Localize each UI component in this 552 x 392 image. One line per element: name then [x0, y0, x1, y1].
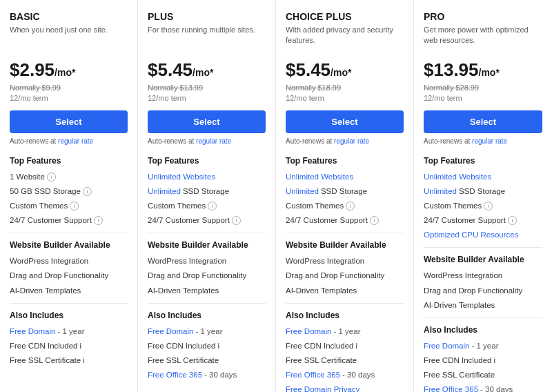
auto-renew: Auto-renews at regular rate [286, 137, 404, 145]
top-features-title: Top Features [10, 156, 128, 166]
feature-item: Unlimited SSD Storage [424, 186, 542, 197]
wb-item: AI-Driven Templates [10, 285, 128, 296]
top-features-title: Top Features [424, 156, 542, 166]
plan-price: $2.95/mo* [10, 59, 128, 81]
info-icon: i [79, 340, 81, 351]
also-item: Free SSL Certificate [148, 355, 266, 366]
also-title: Also Includes [424, 325, 542, 335]
select-button-plus[interactable]: Select [148, 110, 266, 133]
select-button-pro[interactable]: Select [424, 110, 542, 133]
wb-title: Website Builder Available [148, 240, 266, 250]
info-icon: i [370, 216, 379, 225]
also-title: Also Includes [148, 311, 266, 320]
plan-normally-row: Normally $9.99 [10, 82, 128, 92]
wb-item: WordPress Integration [148, 255, 266, 266]
section-divider-2 [10, 303, 128, 304]
feature-item: 24/7 Customer Support i [286, 215, 404, 226]
plan-price: $5.45/mo* [148, 59, 266, 81]
plan-col-basic: BASIC When you need just one site. $2.95… [0, 0, 138, 392]
info-icon: i [70, 202, 79, 210]
feature-item: Custom Themes i [148, 200, 266, 211]
also-title: Also Includes [286, 311, 404, 320]
auto-renew: Auto-renews at regular rate [424, 137, 542, 145]
wb-item: WordPress Integration [286, 255, 404, 266]
also-item: Free Office 365 - 30 days [424, 384, 542, 392]
plan-col-plus: PLUS For those running multiple sites. $… [138, 0, 276, 392]
info-icon: i [83, 187, 92, 196]
also-item: Free CDN Included i [10, 340, 128, 351]
wb-item: Drag and Drop Functionality [286, 270, 404, 281]
select-button-choice-plus[interactable]: Select [286, 110, 404, 133]
feature-item: Custom Themes i [424, 200, 542, 211]
also-item: Free CDN Included i [424, 355, 542, 366]
also-item: Free SSL Certificate [424, 369, 542, 380]
wb-item: AI-Driven Templates [424, 300, 542, 311]
feature-item: Unlimited Websites [148, 171, 266, 182]
plan-normally-row: Normally $13.99 [148, 82, 266, 92]
info-icon: i [346, 202, 355, 210]
wb-item: WordPress Integration [424, 270, 542, 281]
wb-item: AI-Driven Templates [148, 285, 266, 296]
info-icon: i [232, 216, 241, 225]
regular-rate-link[interactable]: regular rate [334, 137, 369, 145]
also-item: Free SSL Certificate i [10, 355, 128, 366]
feature-item: Unlimited SSD Storage [286, 186, 404, 197]
plan-tagline: Get more power with optimized web resour… [424, 25, 542, 50]
auto-renew: Auto-renews at regular rate [10, 137, 128, 145]
plan-normally-row: Normally $18.99 [286, 82, 404, 92]
info-icon: i [83, 355, 85, 366]
plan-normally-row: Normally $28.99 [424, 82, 542, 92]
feature-item: Custom Themes i [10, 200, 128, 211]
wb-item: Drag and Drop Functionality [148, 270, 266, 281]
auto-renew: Auto-renews at regular rate [148, 137, 266, 145]
also-item: Free Domain Privacy [286, 384, 404, 392]
plan-normally: Normally $18.99 [286, 84, 341, 92]
plan-tagline: For those running multiple sites. [148, 25, 266, 50]
wb-item: Drag and Drop Functionality [424, 285, 542, 296]
also-item: Free CDN Included i [286, 340, 404, 351]
info-icon: i [355, 340, 357, 351]
info-icon: i [508, 216, 517, 225]
select-button-basic[interactable]: Select [10, 110, 128, 133]
top-features-title: Top Features [148, 156, 266, 166]
feature-item: 24/7 Customer Support i [148, 215, 266, 226]
info-icon: i [484, 202, 493, 210]
info-icon: i [94, 216, 103, 225]
wb-title: Website Builder Available [286, 240, 404, 250]
also-title: Also Includes [10, 311, 128, 320]
plan-term: 12/mo term [286, 94, 404, 102]
also-item: Free Domain - 1 year [10, 326, 128, 337]
plan-price: $13.95/mo* [424, 59, 542, 81]
top-features-title: Top Features [286, 156, 404, 166]
feature-item: Optimized CPU Resources [424, 229, 542, 240]
regular-rate-link[interactable]: regular rate [196, 137, 231, 145]
wb-item: Drag and Drop Functionality [10, 270, 128, 281]
feature-item: 24/7 Customer Support i [424, 215, 542, 226]
feature-item: 24/7 Customer Support i [10, 215, 128, 226]
plan-name: PLUS [148, 11, 266, 22]
feature-item: Unlimited Websites [424, 171, 542, 182]
also-item: Free Office 365 - 30 days [148, 369, 266, 380]
info-icon: i [47, 173, 56, 182]
info-icon: i [208, 202, 217, 210]
plan-price: $5.45/mo* [286, 59, 404, 81]
section-divider-2 [286, 303, 404, 304]
plan-term: 12/mo term [10, 94, 128, 102]
wb-title: Website Builder Available [10, 240, 128, 250]
plan-normally: Normally $9.99 [10, 84, 61, 92]
regular-rate-link[interactable]: regular rate [58, 137, 93, 145]
plan-term: 12/mo term [148, 94, 266, 102]
plan-col-pro: PRO Get more power with optimized web re… [414, 0, 552, 392]
section-divider [286, 233, 404, 233]
wb-item: WordPress Integration [10, 255, 128, 266]
section-divider-2 [148, 303, 266, 304]
regular-rate-link[interactable]: regular rate [472, 137, 507, 145]
feature-item: 50 GB SSD Storage i [10, 186, 128, 197]
section-divider [424, 247, 542, 248]
also-item: Free Domain - 1 year [286, 326, 404, 337]
plan-name: BASIC [10, 11, 128, 22]
plan-normally: Normally $28.99 [424, 84, 479, 92]
also-item: Free Domain - 1 year [148, 326, 266, 337]
plan-col-choice-plus: CHOICE PLUS With added privacy and secur… [276, 0, 414, 392]
plan-term: 12/mo term [424, 94, 542, 102]
